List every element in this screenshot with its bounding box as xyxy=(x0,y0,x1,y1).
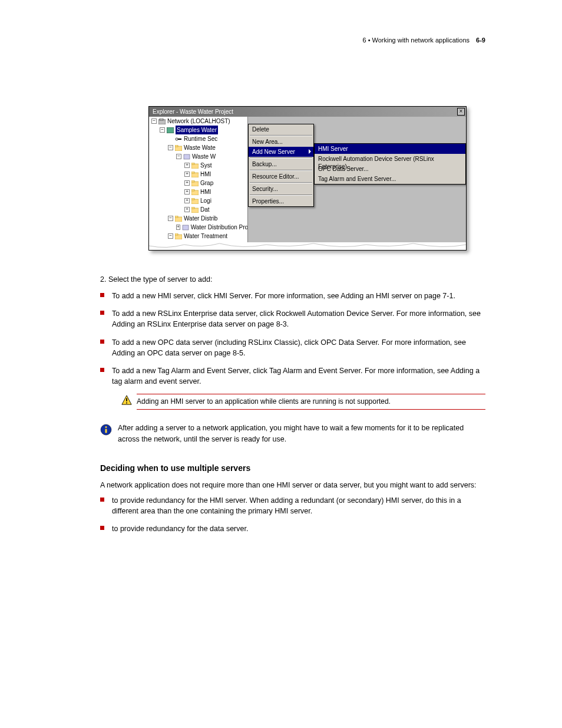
svg-rect-21 xyxy=(175,216,178,218)
warning-text: Adding an HMI server to an application w… xyxy=(137,394,485,410)
window-titlebar: Explorer - Waste Water Project × xyxy=(149,107,466,117)
close-icon[interactable]: × xyxy=(457,108,465,116)
context-menu[interactable]: Delete New Area... Add New Server Backup… xyxy=(248,124,314,207)
svg-rect-24 xyxy=(175,233,178,235)
menu-separator xyxy=(250,157,312,159)
header-page-num: 6-9 xyxy=(476,37,485,44)
submenu-item-hmi-server[interactable]: HMI Server xyxy=(315,144,465,154)
submenu-add-new-server[interactable]: HMI Server Rockwell Automation Device Se… xyxy=(314,143,466,185)
tree-folder[interactable]: Syst xyxy=(200,161,211,170)
list-item: to provide redundancy for the data serve… xyxy=(100,523,485,534)
folder-icon xyxy=(175,216,182,222)
submenu-item-tag-alarm[interactable]: Tag Alarm and Event Server... xyxy=(315,174,465,184)
header-chapter: 6 • Working with network applications xyxy=(362,37,470,44)
folder-icon xyxy=(191,189,199,195)
svg-point-29 xyxy=(105,426,107,428)
section-title: Deciding when to use multiple servers xyxy=(100,462,485,474)
redundancy-list: to provide redundancy for the HMI server… xyxy=(100,495,485,534)
bullet-item: To add a new HMI server, click HMI Serve… xyxy=(100,291,485,301)
tree-folder[interactable]: Logi xyxy=(200,196,211,205)
explorer-tree[interactable]: − Network (LOCALHOST) − Samples Water Ru… xyxy=(149,117,248,250)
menu-separator xyxy=(250,182,312,183)
warning-icon xyxy=(121,395,132,406)
page-header: 6 • Working with network applications 6-… xyxy=(362,37,485,44)
expand-icon[interactable]: + xyxy=(184,189,190,195)
bullet-list: To add a new HMI server, click HMI Serve… xyxy=(100,291,485,387)
tree-runtime[interactable]: Runtime Sec xyxy=(184,134,217,143)
folder-icon xyxy=(175,233,182,239)
bullet-item: To add a new OPC data server (including … xyxy=(100,337,485,358)
tree-area2[interactable]: Water Distrib xyxy=(184,214,217,223)
svg-rect-27 xyxy=(126,403,127,404)
submenu-item-rslinx[interactable]: Rockwell Automation Device Server (RSLin… xyxy=(315,154,465,164)
info-icon xyxy=(100,424,112,436)
tree-area3[interactable]: Water Treatment xyxy=(184,232,227,241)
folder-icon xyxy=(191,180,199,186)
list-item: to provide redundancy for the HMI server… xyxy=(100,495,485,516)
collapse-icon[interactable]: − xyxy=(168,145,173,150)
expand-icon[interactable]: + xyxy=(184,180,190,186)
folder-icon xyxy=(175,145,182,151)
server-icon xyxy=(183,154,190,160)
key-icon xyxy=(175,136,182,142)
tree-folder[interactable]: Grap xyxy=(200,179,213,187)
collapse-icon[interactable]: − xyxy=(168,233,173,239)
expand-icon[interactable]: + xyxy=(184,163,190,168)
tree-folder[interactable]: HMI xyxy=(200,170,211,179)
collapse-icon[interactable]: − xyxy=(168,216,173,221)
folder-icon xyxy=(191,198,199,204)
app-icon xyxy=(167,127,174,133)
svg-rect-30 xyxy=(105,429,107,433)
menu-item-security[interactable]: Security... xyxy=(249,184,313,194)
server-icon xyxy=(182,225,189,230)
tree-area1[interactable]: Waste Wate xyxy=(184,143,216,152)
svg-rect-13 xyxy=(191,180,194,182)
menu-separator xyxy=(250,195,312,196)
menu-item-new-area[interactable]: New Area... xyxy=(249,137,313,147)
menu-item-delete[interactable]: Delete xyxy=(249,124,313,134)
menu-item-resource-editor[interactable]: Resource Editor... xyxy=(249,172,313,182)
svg-rect-1 xyxy=(160,118,163,120)
folder-icon xyxy=(191,207,199,213)
menu-item-properties[interactable]: Properties... xyxy=(249,196,313,206)
bullet-item: To add a new RSLinx Enterprise data serv… xyxy=(100,308,485,330)
menu-separator xyxy=(250,170,312,171)
svg-point-3 xyxy=(176,138,178,140)
submenu-item-opc[interactable]: OPC Data Server... xyxy=(315,164,465,174)
window-title: Explorer - Waste Water Project xyxy=(153,108,233,115)
menu-item-add-new-server[interactable]: Add New Server xyxy=(249,147,313,157)
tree-folder[interactable]: HMI xyxy=(200,187,211,196)
info-text: After adding a server to a network appli… xyxy=(118,423,485,444)
section-para: A network application does not require m… xyxy=(100,480,485,490)
bullet-item: To add a new Tag Alarm and Event Server,… xyxy=(100,365,485,387)
step-lead: 2. Select the type of server to add: xyxy=(100,274,485,285)
folder-icon xyxy=(191,172,199,177)
expand-icon[interactable]: + xyxy=(184,198,190,203)
menu-item-backup[interactable]: Backup... xyxy=(249,159,313,169)
tree-app[interactable]: Samples Water xyxy=(176,126,218,134)
svg-rect-17 xyxy=(191,198,194,200)
menu-separator xyxy=(250,135,312,136)
expand-icon[interactable]: + xyxy=(184,207,190,212)
expand-icon[interactable]: + xyxy=(176,225,180,230)
svg-rect-11 xyxy=(191,172,194,173)
tree-folder[interactable]: Dat xyxy=(200,205,210,214)
tree-area2-sub[interactable]: Water Distribution Project xyxy=(191,223,248,232)
expand-icon[interactable]: + xyxy=(184,172,190,177)
tree-area1-sub[interactable]: Waste W xyxy=(192,152,216,161)
collapse-icon[interactable]: − xyxy=(160,127,165,133)
torn-edge xyxy=(149,242,466,251)
menu-item-label: Add New Server xyxy=(252,149,295,155)
svg-rect-2 xyxy=(167,127,174,133)
svg-rect-15 xyxy=(191,189,194,191)
svg-rect-4 xyxy=(178,139,181,140)
submenu-arrow-icon xyxy=(309,149,311,154)
tree-root[interactable]: Network (LOCALHOST) xyxy=(167,117,230,126)
svg-rect-22 xyxy=(183,225,189,230)
svg-rect-26 xyxy=(126,398,127,401)
network-icon xyxy=(158,118,166,124)
collapse-icon[interactable]: − xyxy=(151,118,157,124)
collapse-icon[interactable]: − xyxy=(176,154,181,159)
folder-icon xyxy=(191,163,199,169)
svg-rect-19 xyxy=(191,207,194,209)
